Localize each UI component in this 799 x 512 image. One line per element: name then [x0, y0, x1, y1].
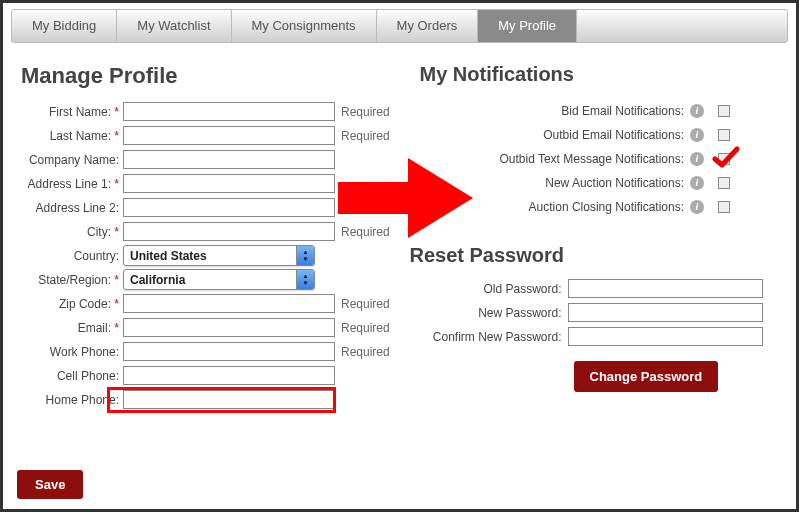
country-value: United States [124, 249, 213, 263]
home-phone-input[interactable] [123, 390, 335, 409]
info-icon[interactable]: i [690, 152, 704, 166]
address2-label: Address Line 2: [21, 201, 123, 215]
tab-my-orders[interactable]: My Orders [377, 10, 479, 42]
tab-my-consignments[interactable]: My Consignments [232, 10, 377, 42]
state-select[interactable]: California ▲▼ [123, 269, 315, 290]
zip-label: Zip Code: * [21, 297, 123, 311]
zip-input[interactable] [123, 294, 335, 313]
address1-label: Address Line 1: * [21, 177, 123, 191]
company-name-label: Company Name: [21, 153, 123, 167]
work-phone-label: Work Phone: [21, 345, 123, 359]
required-text: Required [341, 297, 390, 311]
manage-profile-title: Manage Profile [21, 63, 400, 89]
confirm-password-label: Confirm New Password: [410, 330, 568, 344]
company-name-input[interactable] [123, 150, 335, 169]
info-icon[interactable]: i [690, 176, 704, 190]
change-password-button[interactable]: Change Password [574, 361, 719, 392]
email-label: Email: * [21, 321, 123, 335]
required-text: Required [341, 105, 390, 119]
address1-input[interactable] [123, 174, 335, 193]
state-value: California [124, 273, 191, 287]
notif-auction-closing-label: Auction Closing Notifications: [529, 200, 684, 214]
cell-phone-input[interactable] [123, 366, 335, 385]
tab-my-profile[interactable]: My Profile [478, 10, 577, 42]
country-label: Country: [21, 249, 123, 263]
chevron-updown-icon: ▲▼ [296, 246, 314, 265]
notif-outbid-email-label: Outbid Email Notifications: [543, 128, 684, 142]
notif-auction-closing-checkbox[interactable] [718, 201, 730, 213]
top-nav: My Bidding My Watchlist My Consignments … [11, 9, 788, 43]
new-password-label: New Password: [410, 306, 568, 320]
city-label: City: * [21, 225, 123, 239]
email-input[interactable] [123, 318, 335, 337]
notif-outbid-email-checkbox[interactable] [718, 129, 730, 141]
notif-outbid-text-label: Outbid Text Message Notifications: [499, 152, 684, 166]
first-name-label: First Name: * [21, 105, 123, 119]
last-name-input[interactable] [123, 126, 335, 145]
my-notifications-title: My Notifications [410, 63, 779, 86]
save-button[interactable]: Save [17, 470, 83, 499]
new-password-input[interactable] [568, 303, 763, 322]
chevron-updown-icon: ▲▼ [296, 270, 314, 289]
notif-new-auction-checkbox[interactable] [718, 177, 730, 189]
address2-input[interactable] [123, 198, 335, 217]
state-label: State/Region: * [21, 273, 123, 287]
last-name-label: Last Name: * [21, 129, 123, 143]
work-phone-input[interactable] [123, 342, 335, 361]
tab-my-bidding[interactable]: My Bidding [12, 10, 117, 42]
first-name-input[interactable] [123, 102, 335, 121]
country-select[interactable]: United States ▲▼ [123, 245, 315, 266]
old-password-input[interactable] [568, 279, 763, 298]
city-input[interactable] [123, 222, 335, 241]
confirm-password-input[interactable] [568, 327, 763, 346]
info-icon[interactable]: i [690, 200, 704, 214]
required-text: Required [341, 129, 390, 143]
notif-bid-email-label: Bid Email Notifications: [561, 104, 684, 118]
required-text: Required [341, 321, 390, 335]
info-icon[interactable]: i [690, 128, 704, 142]
info-icon[interactable]: i [690, 104, 704, 118]
notif-new-auction-label: New Auction Notifications: [545, 176, 684, 190]
old-password-label: Old Password: [410, 282, 568, 296]
notif-outbid-text-checkbox[interactable] [718, 153, 730, 165]
tab-my-watchlist[interactable]: My Watchlist [117, 10, 231, 42]
cell-phone-label: Cell Phone: [21, 369, 123, 383]
reset-password-title: Reset Password [410, 244, 779, 267]
notif-bid-email-checkbox[interactable] [718, 105, 730, 117]
home-phone-label: Home Phone: [21, 393, 123, 407]
required-text: Required [341, 225, 390, 239]
required-text: Required [341, 345, 390, 359]
